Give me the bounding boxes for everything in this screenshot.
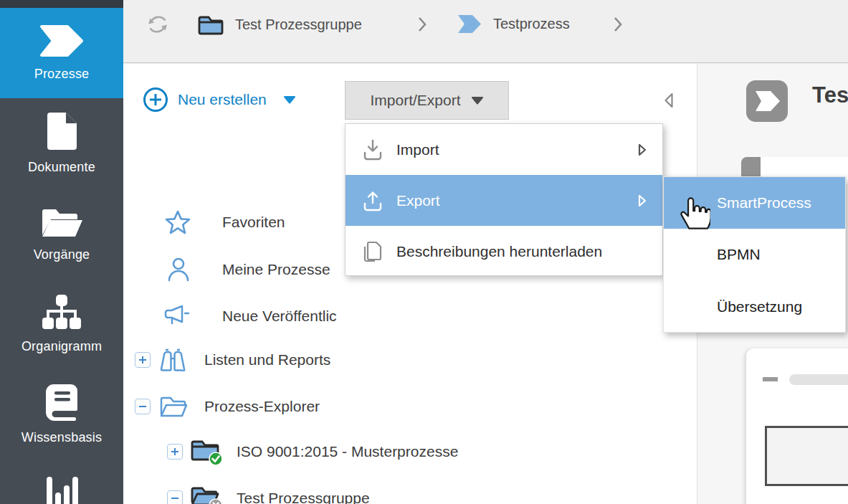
upload-icon (362, 190, 383, 211)
folder-open-icon (159, 395, 188, 418)
menu-item-beschreibungen-herunterladen[interactable]: Beschreibungen herunterladen (346, 226, 662, 277)
menu-item-label: Import (396, 141, 439, 158)
diagram-preview-card[interactable] (746, 348, 848, 504)
submenu-item-uebersetzung[interactable]: Übersetzung (664, 281, 845, 333)
sidebar-item-label: Organigramm (22, 339, 102, 354)
tree-item-neue-veroeffentlichungen[interactable]: Neue Veröffentlic (123, 293, 697, 339)
sidebar-item-wissensbasis[interactable]: Wissensbasis (0, 369, 123, 460)
folder-icon (198, 14, 224, 35)
sidebar-item-label: Prozesse (34, 67, 90, 82)
submenu-arrow-icon (637, 194, 647, 208)
folder-check-icon (191, 437, 224, 466)
process-arrow-icon (39, 24, 84, 57)
chevron-down-icon (471, 96, 484, 105)
menu-item-import[interactable]: Import (346, 124, 662, 175)
process-icon (457, 14, 482, 34)
new-create-button[interactable]: Neu erstellen (143, 87, 296, 113)
refresh-icon[interactable] (147, 14, 168, 35)
app-window: Test Prozessgruppe Testprozess (0, 0, 848, 504)
expand-plus-icon[interactable] (135, 352, 151, 368)
person-icon (167, 257, 190, 282)
export-submenu: SmartProcess BPMN Übersetzung (663, 176, 846, 333)
diagram-shape (765, 426, 848, 486)
breadcrumb-item-process[interactable]: Testprozess (457, 14, 570, 34)
submenu-item-bpmn[interactable]: BPMN (664, 229, 845, 280)
chevron-right-icon (417, 16, 427, 33)
folder-open-x-icon (191, 484, 224, 504)
sidebar-item-prozesse[interactable]: Prozesse (0, 8, 123, 98)
star-icon (165, 210, 191, 234)
submenu-item-label: Übersetzung (717, 298, 802, 315)
tree-item-label: ISO 9001:2015 - Musterprozesse (237, 443, 458, 460)
tree-item-label: Listen und Reports (204, 351, 330, 369)
menu-item-label: Export (396, 192, 440, 209)
submenu-item-label: SmartProcess (717, 194, 811, 211)
tree-item-label: Meine Prozesse (222, 261, 330, 278)
import-export-button[interactable]: Import/Export (345, 81, 509, 120)
detail-title: Tes (812, 82, 848, 108)
book-icon (45, 384, 78, 421)
expand-plus-icon[interactable] (167, 444, 183, 460)
bar-chart-icon (45, 475, 78, 504)
download-icon (362, 139, 383, 161)
breadcrumb-item-group[interactable]: Test Prozessgruppe (198, 14, 362, 35)
sidebar-item-vorgaenge[interactable]: Vorgänge (0, 189, 123, 279)
tree-item-label: Favoriten (222, 214, 285, 231)
plus-circle-icon (143, 87, 168, 113)
collapse-minus-icon[interactable] (135, 399, 151, 414)
diagram-title-bar (789, 374, 848, 385)
sidebar-top-strip (0, 0, 123, 8)
sidebar-item-dokumente[interactable]: Dokumente (0, 98, 123, 189)
tree-item-iso-musterprozesse[interactable]: ISO 9001:2015 - Musterprozesse (123, 428, 697, 475)
sidebar-item-label: Wissensbasis (22, 430, 102, 445)
submenu-arrow-icon (637, 143, 647, 157)
org-chart-icon (42, 294, 82, 330)
submenu-item-label: BPMN (717, 246, 761, 263)
chevron-down-icon (283, 95, 296, 104)
breadcrumb-label: Test Prozessgruppe (235, 16, 362, 33)
tree-item-label: Neue Veröffentlic (222, 308, 337, 325)
new-create-label: Neu erstellen (178, 91, 267, 108)
tree-item-label: Test Prozessgruppe (237, 490, 370, 504)
sidebar-item-label: Dokumente (28, 160, 95, 175)
chevron-right-icon (613, 16, 623, 33)
breadcrumb-bar: Test Prozessgruppe Testprozess (123, 0, 848, 63)
tree-item-listen-und-reports[interactable]: Listen und Reports (123, 336, 697, 383)
import-export-label: Import/Export (370, 92, 460, 109)
collapse-minus-icon[interactable] (167, 490, 183, 504)
tree-item-label: Prozess-Explorer (204, 398, 320, 415)
collapse-left-icon[interactable] (662, 91, 675, 110)
megaphone-icon (163, 304, 191, 328)
pages-icon (362, 241, 383, 262)
sidebar-item-organigramm[interactable]: Organigramm (0, 279, 123, 369)
diagram-marker (763, 377, 778, 381)
tree-item-test-prozessgruppe[interactable]: Test Prozessgruppe (123, 475, 697, 504)
tree-item-prozess-explorer[interactable]: Prozess-Explorer (123, 383, 697, 429)
breadcrumb-label: Testprozess (493, 16, 570, 32)
sidebar-item-statistics[interactable] (0, 460, 123, 504)
main-nav-sidebar: Prozesse Dokumente Vorgänge (0, 0, 123, 504)
process-shape-fragment (741, 157, 761, 177)
process-tile-icon (746, 80, 788, 122)
menu-item-label: Beschreibungen herunterladen (396, 243, 602, 260)
open-folder-icon (40, 205, 83, 238)
binoculars-icon (159, 348, 186, 371)
import-export-menu: Import Export (345, 123, 663, 276)
submenu-item-smartprocess[interactable]: SmartProcess (664, 177, 845, 229)
menu-item-export[interactable]: Export (346, 175, 662, 226)
sidebar-item-label: Vorgänge (34, 247, 90, 262)
document-icon (46, 112, 77, 151)
